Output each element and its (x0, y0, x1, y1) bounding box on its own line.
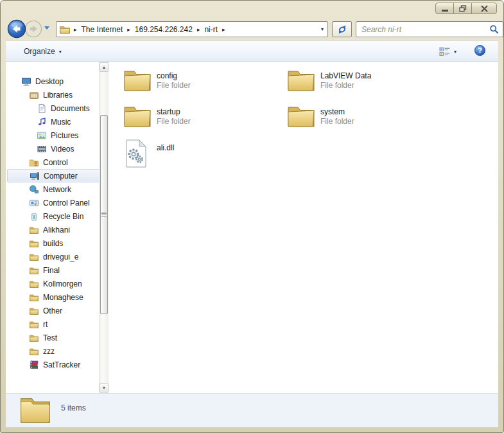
sidebar-item-label: Recycle Bin (43, 212, 83, 221)
recent-pages-dropdown-icon[interactable] (44, 26, 49, 30)
breadcrumb-ip-address[interactable]: 169.254.226.242 (134, 24, 194, 35)
folder-icon (29, 306, 39, 316)
sidebar-item-network[interactable]: Network (6, 182, 109, 196)
folder-icon (29, 238, 39, 249)
sidebar-item-label: Pictures (51, 131, 78, 140)
sidebar-item-alikhani[interactable]: Alikhani (6, 223, 109, 236)
sidebar-item-label: Libraries (43, 91, 73, 100)
sidebar-scrollbar[interactable]: ▲ ▼ (99, 62, 109, 393)
sidebar-item-music[interactable]: Music (6, 115, 109, 128)
minimize-icon (442, 10, 448, 12)
sidebar-item-label: Other (43, 306, 62, 315)
command-toolbar: Organize ▾ ▾ ? (6, 40, 498, 62)
scrollbar-grip-icon (101, 213, 107, 217)
file-tile-system[interactable]: system File folder (286, 103, 450, 139)
sidebar-item-label: Documents (51, 104, 90, 113)
sidebar-item-kollmorgen[interactable]: Kollmorgen (6, 277, 109, 290)
sidebar-item-control-panel[interactable]: Control Panel (6, 196, 109, 209)
close-button[interactable] (471, 3, 497, 14)
window-controls (436, 3, 497, 14)
sidebar-item-libraries[interactable]: Libraries (6, 88, 109, 102)
item-count: 5 items (61, 403, 86, 412)
file-tile-config[interactable]: config File folder (123, 67, 286, 103)
scrollbar-thumb[interactable] (100, 115, 108, 314)
help-button[interactable]: ? (474, 45, 485, 56)
sidebar-item-desktop[interactable]: Desktop (6, 75, 109, 88)
filmstrip-icon (37, 144, 47, 154)
refresh-button[interactable] (332, 21, 352, 37)
sidebar-item-other[interactable]: Other (6, 304, 109, 317)
file-type: File folder (320, 81, 371, 91)
file-type: File folder (320, 117, 354, 127)
scroll-down-button[interactable]: ▼ (100, 383, 109, 393)
restore-button[interactable] (453, 3, 472, 14)
breadcrumb-the-internet[interactable]: The Internet (80, 24, 125, 35)
music-note-icon (37, 117, 47, 127)
sidebar-item-final[interactable]: Final (6, 263, 109, 277)
sidebar-item-recycle-bin[interactable]: Recycle Bin (6, 209, 109, 223)
sidebar-item-label: Desktop (35, 77, 64, 86)
file-type: File folder (157, 117, 191, 127)
sidebar-item-label: SatTracker (43, 360, 80, 369)
user-folder-icon (29, 157, 39, 168)
change-view-button[interactable]: ▾ (437, 46, 458, 58)
recycle-bin-icon (29, 211, 39, 222)
sidebar-item-builds[interactable]: builds (6, 236, 109, 250)
sidebar-item-drivegui-e[interactable]: drivegui_e (6, 250, 109, 263)
file-tile-ali-dll[interactable]: ali.dll (123, 139, 286, 175)
network-globe-icon (29, 184, 39, 195)
scroll-up-button[interactable]: ▲ (100, 62, 109, 72)
sidebar-item-computer[interactable]: Computer (7, 169, 100, 182)
organize-button[interactable]: Organize ▾ (21, 46, 64, 57)
close-icon (481, 5, 488, 12)
back-button[interactable] (7, 19, 26, 39)
breadcrumb-ni-rt[interactable]: ni-rt (203, 24, 219, 35)
address-bar[interactable]: ▸ The Internet ▸ 169.254.226.242 ▸ ni-rt… (56, 21, 328, 37)
sidebar-item-label: Test (43, 333, 57, 342)
details-pane: 5 items (6, 393, 498, 427)
chevron-down-icon: ▾ (59, 49, 62, 55)
forward-button-disabled[interactable] (24, 20, 42, 38)
folder-icon (29, 279, 39, 289)
sidebar-item-rt[interactable]: rt (6, 317, 109, 331)
search-input[interactable] (361, 25, 489, 34)
file-name: ali.dll (157, 143, 174, 153)
sidebar-item-control[interactable]: Control (6, 155, 109, 169)
organize-label: Organize (24, 47, 55, 56)
dll-file-icon (123, 139, 152, 168)
libraries-icon (29, 90, 39, 100)
file-tile-startup[interactable]: startup File folder (123, 103, 286, 139)
minimize-button[interactable] (435, 3, 454, 14)
views-icon (439, 47, 451, 57)
sidebar-item-sattracker[interactable]: SatTracker (6, 358, 109, 371)
sidebar-item-zzz[interactable]: zzz (6, 344, 109, 358)
sidebar-item-label: Control (43, 158, 68, 167)
folder-icon (123, 103, 152, 132)
chevron-down-icon: ▾ (454, 49, 456, 55)
picture-icon (37, 130, 47, 141)
control-panel-icon (29, 198, 39, 208)
file-tile-labview-data[interactable]: LabVIEW Data File folder (286, 67, 450, 103)
folder-icon (286, 103, 316, 132)
triangle-up-icon: ▲ (102, 65, 107, 69)
folder-icon (123, 67, 152, 96)
sidebar-item-label: Music (51, 118, 71, 127)
sidebar-item-test[interactable]: Test (6, 331, 109, 344)
navigation-bar: ▸ The Internet ▸ 169.254.226.242 ▸ ni-rt… (6, 19, 498, 40)
file-name: LabVIEW Data (320, 71, 371, 81)
title-bar[interactable] (1, 1, 503, 19)
explorer-window: ▸ The Internet ▸ 169.254.226.242 ▸ ni-rt… (0, 0, 504, 433)
history-buttons (7, 19, 53, 39)
address-dropdown-icon[interactable]: ▾ (321, 26, 324, 32)
selected-folder-icon (19, 395, 52, 428)
sidebar-item-pictures[interactable]: Pictures (6, 128, 109, 142)
file-type: File folder (157, 81, 191, 91)
folder-icon (29, 292, 39, 303)
sidebar-item-documents[interactable]: Documents (6, 102, 109, 115)
sidebar-item-monaghese[interactable]: Monaghese (6, 290, 109, 304)
content-area: Desktop Libraries (6, 62, 498, 393)
sidebar-item-label: Network (43, 185, 71, 194)
sidebar-item-videos[interactable]: Videos (6, 142, 109, 155)
folder-icon (29, 252, 39, 262)
sidebar-item-label: zzz (43, 347, 55, 356)
